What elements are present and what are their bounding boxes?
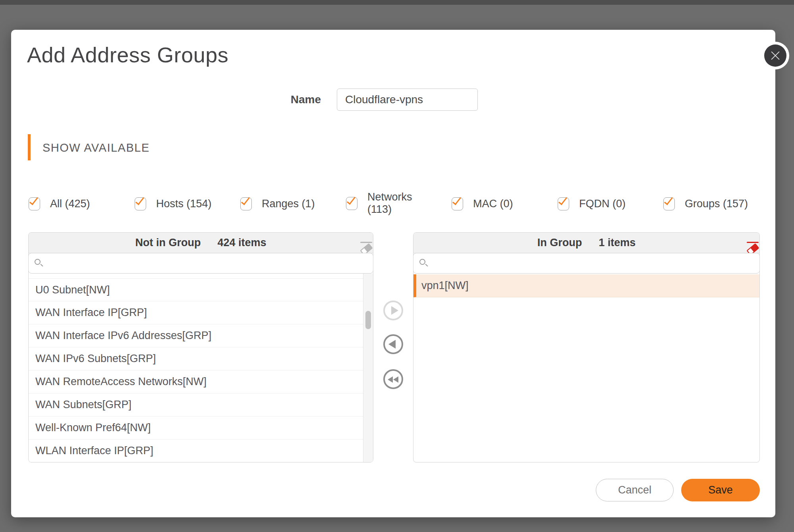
list-item-label: Well-Known Pref64[NW] <box>35 422 151 434</box>
move-all-left-button[interactable] <box>383 369 403 389</box>
close-button[interactable] <box>764 44 786 67</box>
scrollbar-thumb[interactable] <box>365 311 371 329</box>
list-item[interactable]: WAN IPv6 Subnets[GRP] <box>29 347 373 370</box>
filter-checkbox-ranges[interactable]: Ranges (1) <box>240 197 315 210</box>
name-label: Name <box>249 93 321 106</box>
in-group-list: vpn1[NW] <box>413 274 759 462</box>
filter-checkbox-groups[interactable]: Groups (157) <box>663 197 748 210</box>
panel-count: 424 items <box>217 237 266 249</box>
filter-label: MAC (0) <box>473 198 513 210</box>
filter-checkbox-mac[interactable]: MAC (0) <box>452 197 513 210</box>
panel-title: Not in Group <box>135 237 201 249</box>
filter-checkbox-fqdn[interactable]: FQDN (0) <box>558 197 626 210</box>
checkbox-checked-icon[interactable] <box>135 197 146 210</box>
list-item[interactable]: WAN Subnets[GRP] <box>29 393 373 416</box>
checkbox-checked-icon[interactable] <box>240 197 252 210</box>
arrow-left-icon <box>388 340 396 349</box>
list-item-label: WLAN Interface IP[GRP] <box>35 445 153 457</box>
panel-count: 1 items <box>599 237 636 249</box>
scrollbar[interactable] <box>363 274 373 462</box>
dialog-title: Add Address Groups <box>27 42 228 67</box>
list-item[interactable]: WAN RemoteAccess Networks[NW] <box>29 370 373 393</box>
not-in-group-list: U0 Subnet[NW] WAN Interface IP[GRP] WAN … <box>29 274 373 462</box>
list-item-selected[interactable]: vpn1[NW] <box>413 274 759 297</box>
search-input[interactable] <box>433 257 754 270</box>
list-item-label: WAN Subnets[GRP] <box>35 399 131 411</box>
backdrop-top-strip <box>0 0 794 5</box>
filter-checkbox-hosts[interactable]: Hosts (154) <box>135 197 212 210</box>
double-arrow-left-icon <box>393 376 398 383</box>
filter-label: All (425) <box>50 198 90 210</box>
check-icon <box>558 195 567 205</box>
filter-label: Ranges (1) <box>262 198 315 210</box>
check-icon <box>29 195 38 205</box>
filter-label: Groups (157) <box>685 198 748 210</box>
list-item-label: vpn1[NW] <box>421 279 469 292</box>
section-title: SHOW AVAILABLE <box>43 141 150 154</box>
cancel-button[interactable]: Cancel <box>596 479 674 501</box>
clear-group-button[interactable] <box>738 236 753 251</box>
in-group-search[interactable] <box>413 253 760 274</box>
save-button[interactable]: Save <box>681 479 760 501</box>
checkbox-checked-icon[interactable] <box>663 197 675 210</box>
clear-search-button[interactable] <box>352 236 367 251</box>
list-item[interactable]: Well-Known Pref64[NW] <box>29 416 373 439</box>
filter-label: FQDN (0) <box>579 198 626 210</box>
in-group-header: In Group 1 items <box>413 233 759 253</box>
list-item[interactable]: WLAN Interface IP[GRP] <box>29 439 373 462</box>
double-arrow-left-icon <box>388 376 393 383</box>
filter-checkbox-networks[interactable]: Networks (113) <box>346 191 412 216</box>
not-in-group-search[interactable] <box>28 253 373 274</box>
search-input[interactable] <box>48 257 367 270</box>
list-item[interactable]: WAN Interface IP[GRP] <box>29 301 373 324</box>
checkbox-checked-icon[interactable] <box>452 197 463 210</box>
filter-checkbox-all[interactable]: All (425) <box>29 197 90 210</box>
not-in-group-panel: Not in Group 424 items U0 Subnet[NW] WAN… <box>28 232 373 463</box>
not-in-group-header: Not in Group 424 items <box>29 233 373 253</box>
check-icon <box>347 195 355 204</box>
list-item-label: WAN RemoteAccess Networks[NW] <box>35 376 207 388</box>
filter-label: Hosts (154) <box>156 198 212 210</box>
checkbox-checked-icon[interactable] <box>558 197 569 210</box>
section-accent-bar <box>28 134 31 160</box>
panel-title: In Group <box>537 237 582 249</box>
search-icon <box>419 258 429 268</box>
add-address-groups-dialog: Add Address Groups Name SHOW AVAILABLE A… <box>11 30 775 517</box>
check-icon <box>452 195 461 205</box>
search-icon <box>34 258 44 268</box>
check-icon <box>664 195 673 205</box>
move-right-button[interactable] <box>383 301 403 320</box>
check-icon <box>135 195 144 205</box>
list-item[interactable]: WAN Interface IPv6 Addresses[GRP] <box>29 324 373 347</box>
check-icon <box>241 195 250 205</box>
list-item-label: WAN IPv6 Subnets[GRP] <box>35 353 156 365</box>
list-item-label: WAN Interface IP[GRP] <box>35 306 147 319</box>
list-item-label: U0 Subnet[NW] <box>35 284 110 296</box>
filter-label: Networks (113) <box>367 191 412 216</box>
list-item-label: WAN Interface IPv6 Addresses[GRP] <box>35 330 211 342</box>
name-input[interactable] <box>337 89 478 111</box>
list-item[interactable]: U0 Subnet[NW] <box>29 278 373 301</box>
move-left-button[interactable] <box>383 334 403 354</box>
arrow-right-icon <box>391 306 398 315</box>
in-group-panel: In Group 1 items vpn1[NW] <box>413 232 760 463</box>
checkbox-checked-icon[interactable] <box>346 197 357 210</box>
checkbox-checked-icon[interactable] <box>29 197 40 210</box>
